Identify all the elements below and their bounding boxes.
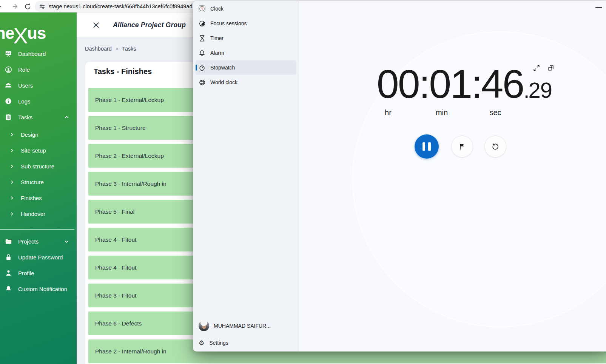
clock-account-row[interactable]: MUHAMMAD SAIFUR...: [196, 318, 296, 334]
flag-icon: [458, 143, 466, 150]
pause-button[interactable]: [415, 134, 439, 159]
sidebar-item-label: Projects: [18, 238, 39, 245]
unit-label-hr: hr: [385, 108, 392, 117]
sidebar-subitem-label: Finishes: [21, 195, 42, 201]
sidebar-item-custom-notification[interactable]: Custom Notification: [0, 281, 77, 297]
sidebar-subitem-sub-structure[interactable]: Sub structure: [0, 158, 77, 174]
chevron-right-icon: [9, 180, 14, 184]
nexus-logo: neXus: [0, 12, 77, 43]
sidebar-item-label: Role: [18, 66, 30, 73]
clock-nav-focus-sessions[interactable]: Focus sessions: [196, 16, 296, 31]
lock-icon: [5, 253, 12, 261]
clock-nav-label: Alarm: [210, 50, 224, 56]
sidebar-item-profile[interactable]: Profile: [0, 265, 77, 281]
role-icon: [5, 66, 12, 73]
logs-icon: [5, 97, 12, 105]
app-sidebar: neXus Dashboard Role: [0, 12, 77, 364]
url-text[interactable]: stage.nexus1.cloud/create-task/668fb44b1…: [49, 3, 193, 9]
timer-hourglass-icon: [199, 35, 205, 42]
sidebar-item-label: Tasks: [18, 114, 32, 120]
sidebar-nav-bottom: Projects Update Password: [0, 230, 77, 297]
sidebar-item-role[interactable]: Role: [0, 62, 77, 77]
chevron-right-icon: [9, 211, 14, 216]
sidebar-nav: Dashboard Role Users: [0, 46, 77, 297]
clock-nav-world-clock[interactable]: World clock: [196, 75, 296, 89]
sidebar-subitem-finishes[interactable]: Finishes: [0, 190, 77, 206]
time-colon: :: [471, 59, 481, 110]
clock-app-window: Clock Focus sessions Timer Alarm: [193, 1, 606, 352]
sidebar-item-label: Dashboard: [18, 51, 46, 57]
stopwatch-panel: [299, 1, 606, 351]
chevron-right-icon: [9, 196, 14, 200]
sidebar-item-update-password[interactable]: Update Password: [0, 249, 77, 265]
minimize-icon: [595, 7, 602, 8]
reload-icon: [24, 3, 31, 10]
sidebar-item-projects[interactable]: Projects: [0, 233, 77, 249]
chevron-up-icon[interactable]: [64, 114, 69, 120]
browser-back-button[interactable]: [0, 2, 3, 11]
bell-icon: [5, 285, 12, 293]
site-settings-icon[interactable]: [39, 3, 45, 10]
time-fraction: 29: [529, 76, 552, 104]
sidebar-subitem-design[interactable]: Design: [0, 126, 77, 142]
alarm-bell-icon: [199, 49, 205, 56]
logo-text-2: us: [27, 24, 46, 43]
clock-nav-timer[interactable]: Timer: [196, 31, 296, 45]
clock-app-title-row[interactable]: Clock: [196, 2, 296, 16]
sidebar-subitem-label: Sub structure: [21, 163, 54, 170]
sidebar-item-label: Logs: [18, 98, 31, 105]
clock-settings-row[interactable]: ⚙ Settings: [196, 336, 296, 350]
focus-sessions-icon: [199, 20, 205, 27]
stopwatch-time: 00:01:46.29: [377, 59, 552, 110]
profile-icon: [5, 269, 12, 277]
sidebar-subitem-label: Design: [21, 131, 39, 138]
avatar: [199, 321, 209, 331]
browser-reload-button[interactable]: [23, 2, 32, 11]
sidebar-item-users[interactable]: Users: [0, 77, 77, 93]
clock-nav-label: Focus sessions: [210, 20, 247, 26]
world-clock-globe-icon: [199, 79, 205, 86]
page-title: Alliance Project Group: [113, 21, 186, 29]
lap-flag-button[interactable]: [451, 136, 473, 157]
sidebar-subitem-site-setup[interactable]: Site setup: [0, 142, 77, 158]
chevron-right-icon: [9, 148, 14, 153]
sidebar-item-tasks[interactable]: Tasks: [0, 109, 77, 125]
clock-nav-label: Clock: [210, 6, 224, 12]
forward-arrow-icon: [12, 3, 19, 10]
chevron-right-icon: [9, 132, 14, 137]
sidebar-subitem-handover[interactable]: Handover: [0, 206, 77, 222]
clock-nav-alarm[interactable]: Alarm: [196, 46, 296, 60]
time-seconds: 46: [481, 59, 524, 110]
minimize-button[interactable]: [594, 6, 603, 9]
sidebar-item-label: Users: [18, 82, 33, 89]
sidebar-subitem-label: Handover: [21, 211, 45, 217]
clock-app-icon: [199, 5, 205, 12]
sidebar-subitem-label: Site setup: [21, 147, 46, 154]
sidebar-item-dashboard[interactable]: Dashboard: [0, 46, 77, 62]
reset-button[interactable]: [484, 136, 506, 157]
breadcrumb-tasks[interactable]: Tasks: [122, 46, 136, 52]
chevron-right-icon: [9, 164, 14, 168]
screen: stage.nexus1.cloud/create-task/668fb44b1…: [0, 0, 606, 364]
sidebar-item-logs[interactable]: Logs: [0, 93, 77, 109]
logo-text: ne: [0, 24, 14, 43]
sidebar-subitem-structure[interactable]: Structure: [0, 174, 77, 190]
dashboard-icon: [5, 50, 12, 57]
time-colon: :: [419, 59, 429, 110]
time-dot: .: [523, 76, 528, 104]
users-icon: [5, 82, 12, 89]
account-name: MUHAMMAD SAIFUR...: [214, 323, 271, 329]
breadcrumb-dashboard[interactable]: Dashboard: [85, 46, 112, 52]
sidebar-item-label: Custom Notification: [18, 286, 67, 292]
clock-nav-stopwatch[interactable]: Stopwatch: [196, 60, 296, 75]
browser-forward-button[interactable]: [11, 2, 20, 11]
clock-nav-label: World clock: [210, 79, 237, 85]
time-hours: 00: [377, 59, 419, 110]
close-icon[interactable]: [92, 21, 100, 29]
reset-icon: [491, 142, 500, 151]
gear-icon: ⚙: [199, 340, 204, 346]
chevron-down-icon[interactable]: [64, 239, 69, 244]
unit-label-sec: sec: [489, 108, 501, 117]
tasks-submenu: Design Site setup Sub structure Structur…: [0, 126, 77, 222]
clock-nav-label: Timer: [210, 35, 224, 41]
